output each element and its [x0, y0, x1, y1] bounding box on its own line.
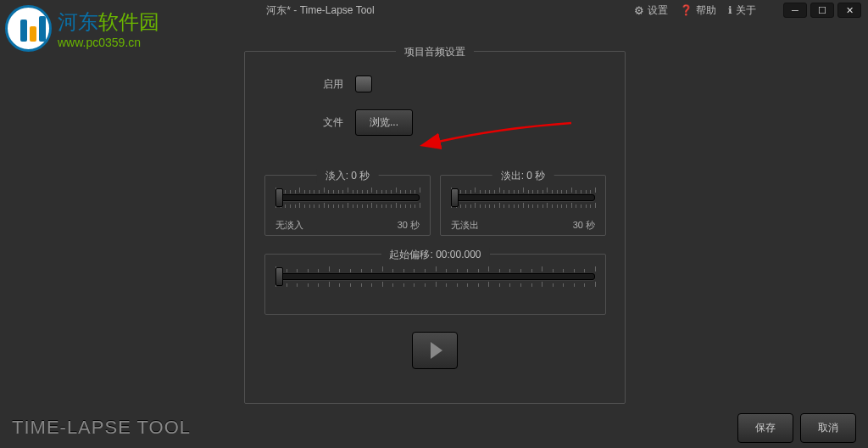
fadeout-right-label: 30 秒	[573, 219, 595, 232]
save-button[interactable]: 保存	[737, 413, 793, 443]
offset-track[interactable]	[275, 273, 595, 280]
logo-name-suf: 软件园	[98, 10, 159, 33]
maximize-button[interactable]: ☐	[810, 3, 834, 18]
minimize-button[interactable]: ─	[783, 3, 807, 18]
play-icon	[431, 342, 442, 359]
offset-title: 起始偏移: 00:00.000	[381, 248, 489, 262]
fadeout-thumb[interactable]	[451, 188, 459, 207]
about-menu[interactable]: 关于	[728, 3, 756, 18]
offset-slider-group: 起始偏移: 00:00.000	[264, 254, 606, 315]
fadein-right-label: 30 秒	[398, 219, 420, 232]
fadein-left-label: 无淡入	[275, 219, 303, 232]
help-menu[interactable]: 帮助	[680, 3, 716, 18]
fadein-slider-group: 淡入: 0 秒 无淡入 30 秒	[264, 175, 431, 236]
about-label: 关于	[736, 3, 756, 18]
close-button[interactable]: ✕	[837, 3, 861, 18]
help-label: 帮助	[696, 3, 716, 18]
settings-menu[interactable]: 设置	[634, 3, 668, 18]
enable-label: 启用	[323, 77, 343, 92]
info-icon	[728, 4, 732, 16]
browse-button[interactable]: 浏览...	[355, 109, 413, 136]
brand-text: TIME-LAPSE TOOL	[12, 417, 191, 439]
play-button[interactable]	[412, 332, 458, 369]
annotation-arrow	[431, 121, 576, 176]
enable-checkbox[interactable]	[355, 76, 372, 92]
gear-icon	[634, 4, 644, 17]
fadein-title: 淡入: 0 秒	[317, 169, 379, 183]
fadein-thumb[interactable]	[275, 188, 283, 207]
file-label: 文件	[323, 115, 343, 130]
fadeout-track[interactable]	[451, 194, 595, 201]
fadeout-slider-group: 淡出: 0 秒 无淡出 30 秒	[440, 175, 606, 236]
cancel-button[interactable]: 取消	[800, 413, 856, 443]
settings-label: 设置	[648, 3, 668, 18]
help-icon	[680, 4, 693, 16]
fadein-track[interactable]	[275, 194, 420, 201]
fadeout-left-label: 无淡出	[451, 219, 479, 232]
panel-title: 项目音频设置	[396, 45, 474, 59]
audio-settings-panel: 项目音频设置 启用 文件 浏览... 淡入: 0 秒	[244, 51, 626, 404]
offset-thumb[interactable]	[275, 267, 283, 286]
logo-name-pre: 河东	[58, 10, 98, 33]
fadeout-title: 淡出: 0 秒	[492, 169, 554, 183]
